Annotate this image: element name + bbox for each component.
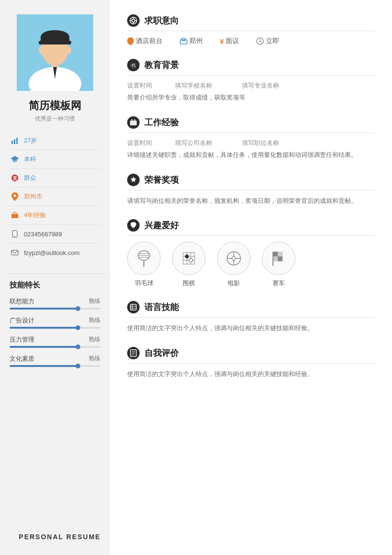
skill-dot-2 bbox=[76, 344, 80, 349]
skill-item-2: 压力管理 熟练 bbox=[10, 335, 100, 348]
hobbies-header: 兴趣爱好 bbox=[127, 219, 375, 232]
intent-label-3: 立即 bbox=[266, 37, 279, 45]
edu-row: 设置时间 填写学校名称 填写专业名称 bbox=[127, 81, 375, 90]
info-experience: 4年经验 bbox=[10, 206, 100, 225]
svg-text:书: 书 bbox=[131, 63, 136, 68]
email-icon bbox=[10, 247, 20, 258]
hobby-circle-movie bbox=[217, 242, 250, 275]
party-text: 群众 bbox=[24, 174, 36, 182]
edu-major: 填写专业名称 bbox=[242, 81, 279, 90]
section-education: 书 教育背景 设置时间 填写学校名称 填写专业名称 简要介绍所学专业，取得成绩，… bbox=[127, 59, 375, 103]
section-job-intent: 求职意向 酒店前台 郑州 bbox=[127, 14, 375, 45]
skill-name-1: 广告设计 bbox=[10, 316, 34, 325]
skills-section: 技能特长 联想能力 熟练 广告设计 熟练 bbox=[0, 280, 110, 374]
hobby-circle-badminton bbox=[127, 242, 161, 275]
info-location: 郑州市 bbox=[10, 188, 100, 206]
info-list: 27岁 本科 党 群众 bbox=[0, 132, 110, 262]
work-company: 填写公司名称 bbox=[175, 139, 232, 147]
work-title: 工作经验 bbox=[144, 117, 179, 128]
skills-title: 技能特长 bbox=[10, 280, 100, 290]
hobby-circle-chess bbox=[172, 242, 206, 275]
education-header: 书 教育背景 bbox=[127, 59, 375, 71]
skill-bar-fill-2 bbox=[10, 346, 78, 348]
skill-dot-0 bbox=[76, 306, 80, 311]
section-hobbies: 兴趣爱好 羽毛球 bbox=[127, 219, 375, 288]
svg-point-7 bbox=[39, 46, 44, 55]
svg-point-44 bbox=[185, 255, 189, 258]
phone-icon bbox=[10, 229, 20, 239]
intent-label-1: 郑州 bbox=[189, 37, 203, 45]
work-position: 填写职位名称 bbox=[242, 139, 279, 147]
sidebar-divider bbox=[6, 273, 105, 274]
skill-level-1: 熟练 bbox=[89, 316, 100, 325]
job-intent-line bbox=[127, 31, 375, 31]
skill-dot-1 bbox=[76, 325, 80, 330]
self-eval-title: 自我评价 bbox=[144, 347, 179, 359]
job-intent-row: 酒店前台 郑州 ¥ 面议 bbox=[127, 37, 375, 45]
email-text: fzypzl@outlook.com bbox=[24, 249, 80, 256]
svg-point-21 bbox=[132, 19, 135, 22]
work-time: 设置时间 bbox=[127, 139, 165, 147]
edu-desc: 简要介绍所学专业，取得成绩，获取奖项等 bbox=[127, 93, 375, 103]
self-eval-line bbox=[127, 363, 375, 364]
phone-text: 02345667989 bbox=[24, 231, 62, 238]
svg-rect-30 bbox=[130, 121, 137, 125]
awards-header: 荣誉奖项 bbox=[127, 174, 375, 186]
skill-level-3: 熟练 bbox=[89, 355, 100, 363]
skill-item-1: 广告设计 熟练 bbox=[10, 316, 100, 329]
intent-item-0: 酒店前台 bbox=[127, 37, 163, 45]
skill-name-3: 文化素质 bbox=[10, 355, 34, 363]
language-header: 语言技能 bbox=[127, 301, 375, 313]
work-icon bbox=[127, 116, 140, 129]
skill-level-0: 熟练 bbox=[89, 297, 100, 306]
job-intent-icon bbox=[127, 14, 140, 27]
hobbies-title: 兴趣爱好 bbox=[144, 220, 179, 231]
avatar bbox=[17, 14, 93, 91]
skill-bar-bg-3 bbox=[10, 365, 100, 367]
self-eval-header: 自我评价 bbox=[127, 347, 375, 359]
education-text: 本科 bbox=[24, 155, 36, 164]
skill-level-2: 熟练 bbox=[89, 335, 100, 344]
personal-resume-label: PERSONAL RESUME bbox=[0, 519, 110, 541]
language-title: 语言技能 bbox=[144, 301, 179, 313]
language-desc: 使用简洁的文字突出个人特点，强调与岗位相关的关键技能和经验。 bbox=[127, 323, 375, 333]
skill-item-0: 联想能力 熟练 bbox=[10, 297, 100, 310]
skill-bar-fill-1 bbox=[10, 327, 78, 329]
skill-bar-bg-1 bbox=[10, 327, 100, 329]
award-desc: 请填写与岗位相关的荣誉名称，颁发机构，奖项日期，说明荣誉背后的成就和贡献。 bbox=[127, 196, 375, 206]
skill-dot-3 bbox=[76, 364, 80, 368]
skill-bar-bg-2 bbox=[10, 346, 100, 348]
sidebar: 简历模板网 优秀是一种习惯 27岁 bbox=[0, 0, 110, 555]
resume-container: 简历模板网 优秀是一种习惯 27岁 bbox=[0, 0, 392, 555]
hobby-circle-racing bbox=[262, 242, 295, 275]
work-row: 设置时间 填写公司名称 填写职位名称 bbox=[127, 139, 375, 147]
education-icon: 书 bbox=[127, 59, 140, 71]
skill-item-3: 文化素质 熟练 bbox=[10, 355, 100, 367]
work-line bbox=[127, 133, 375, 133]
work-desc: 详细描述关键职责，成就和贡献，具体任务，使用量化数据和动词强调责任和结果。 bbox=[127, 150, 375, 160]
self-eval-icon bbox=[127, 347, 140, 359]
skill-bar-fill-0 bbox=[10, 308, 78, 310]
graduation-icon bbox=[10, 154, 20, 165]
svg-rect-6 bbox=[39, 41, 71, 44]
edu-time: 设置时间 bbox=[127, 81, 165, 90]
info-phone: 02345667989 bbox=[10, 225, 100, 244]
skill-name-0: 联想能力 bbox=[10, 297, 34, 306]
awards-title: 荣誉奖项 bbox=[144, 174, 179, 186]
chart-bar-icon bbox=[10, 135, 20, 146]
hobby-chess: 围棋 bbox=[172, 242, 206, 288]
location-text: 郑州市 bbox=[24, 192, 43, 201]
svg-rect-10 bbox=[14, 139, 15, 144]
svg-point-45 bbox=[189, 258, 193, 262]
hobbies-row: 羽毛球 bbox=[127, 242, 375, 288]
work-header: 工作经验 bbox=[127, 116, 375, 129]
party-icon: 党 bbox=[10, 173, 20, 183]
hobby-label-chess: 围棋 bbox=[183, 279, 195, 288]
bag-icon bbox=[10, 210, 20, 221]
section-language: 语言技能 使用简洁的文字突出个人特点，强调与岗位相关的关键技能和经验。 bbox=[127, 301, 375, 333]
intent-item-1: 郑州 bbox=[180, 37, 203, 45]
job-intent-title: 求职意向 bbox=[144, 15, 179, 26]
location-icon bbox=[10, 191, 20, 202]
hobby-label-racing: 赛车 bbox=[272, 279, 285, 288]
skill-name-2: 压力管理 bbox=[10, 335, 34, 344]
